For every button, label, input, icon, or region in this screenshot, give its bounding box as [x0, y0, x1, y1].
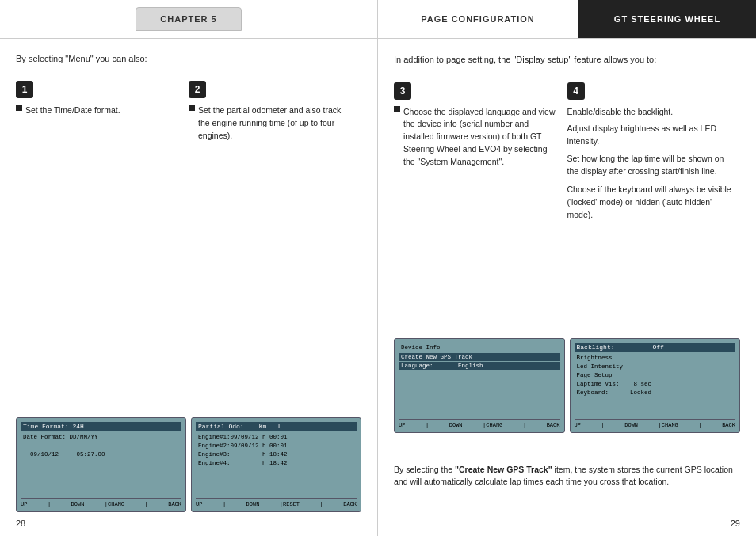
- screen-odo-engine4: Engine#4: h 18:42: [196, 459, 357, 467]
- header-page-config: PAGE CONFIGURATION: [378, 0, 578, 38]
- screen-backlight-led: Led Intensity: [575, 363, 736, 371]
- header-gt: GT STEERING WHEEL: [578, 0, 756, 38]
- screen-backlight-brightness: Brightness: [575, 354, 736, 362]
- screen-device-info-title: Device Info: [399, 343, 560, 352]
- section-2-number: 2: [189, 81, 206, 98]
- screen-time-value: 09/10/12 05:27.00: [21, 450, 181, 458]
- chapter-tab: CHAPTER 5: [136, 7, 241, 31]
- left-panel: By selecting "Menu" you can also: 1 Set …: [0, 39, 378, 536]
- caption-pre: By selecting the: [394, 465, 455, 474]
- screen-time-blank: [21, 442, 181, 450]
- bullet-icon: [16, 105, 22, 111]
- screen-backlight-laptime: Laptime Vis: 8 sec: [575, 380, 736, 388]
- section-1: 1 Set the Time/Date format.: [16, 81, 189, 145]
- screen-odo-engine2: Engine#2:09/09/12 h 00:01: [196, 442, 357, 450]
- screen-backlight-title: Backlight: Off: [575, 343, 736, 352]
- section-4-para-2: Choose if the keyboard will always be vi…: [567, 184, 733, 221]
- header: CHAPTER 5 PAGE CONFIGURATION GT STEERING…: [0, 0, 756, 39]
- bullet-icon: [394, 106, 400, 112]
- page-number-left: 28: [16, 519, 25, 528]
- section-1-text: Set the Time/Date format.: [16, 105, 181, 117]
- section-3-number: 3: [394, 82, 411, 100]
- section-4-para-1: Set how long the lap time will be shown …: [567, 153, 733, 178]
- screen-time-format: Time Format: 24H Date Format: DD/MM/YY 0…: [16, 417, 186, 512]
- section-4-text: Enable/disable the backlight. Adjust dis…: [567, 106, 733, 222]
- gt-label: GT STEERING WHEEL: [614, 14, 720, 24]
- caption-bold: "Create New GPS Track": [455, 465, 552, 474]
- section-2: 2 Set the partial odometer and also trac…: [189, 81, 361, 145]
- section-3-text: Choose the displayed language and view t…: [394, 106, 559, 169]
- section-2-text: Set the partial odometer and also track …: [189, 105, 353, 142]
- chapter-label: CHAPTER 5: [160, 14, 216, 24]
- content-area: By selecting "Menu" you can also: 1 Set …: [0, 39, 756, 536]
- screen-odo-engine3: Engine#3: h 18:42: [196, 450, 357, 458]
- right-intro: In addition to page setting, the "Displa…: [394, 53, 740, 67]
- right-screens-row: Device Info Create New GPS Track Languag…: [394, 338, 740, 433]
- right-caption: By selecting the "Create New GPS Track" …: [394, 464, 740, 489]
- left-screens-row: Time Format: 24H Date Format: DD/MM/YY 0…: [16, 417, 361, 512]
- screen-device-info: Device Info Create New GPS Track Languag…: [394, 338, 565, 433]
- right-sections-upper: 3 Choose the displayed language and view…: [394, 82, 740, 228]
- section-4-number: 4: [567, 82, 585, 100]
- left-intro: By selecting "Menu" you can also:: [16, 53, 361, 65]
- page-config-label: PAGE CONFIGURATION: [421, 14, 534, 24]
- screen-backlight-keyboard: Keyboard: Locked: [575, 389, 736, 397]
- screen-time-date: Date Format: DD/MM/YY: [21, 433, 181, 441]
- screen-odo-footer: UP|DOWN|RESET|BACK: [196, 498, 357, 507]
- left-sections-row: 1 Set the Time/Date format. 2 Set the pa…: [16, 81, 361, 145]
- screen-time-footer: UP|DOWN|CHANG|BACK: [21, 498, 181, 507]
- section-3: 3 Choose the displayed language and view…: [394, 82, 567, 228]
- page-number-right: 29: [731, 519, 740, 528]
- screen-odo-engine1: Engine#1:09/09/12 h 00:01: [196, 433, 357, 441]
- screen-device-lang: Language: English: [399, 362, 560, 370]
- screen-backlight-footer: UP|DOWN|CHANG|BACK: [575, 419, 736, 428]
- screen-backlight-page: Page Setup: [575, 371, 736, 379]
- screen-device-gps: Create New GPS Track: [399, 353, 560, 361]
- section-1-bullet-1: Set the Time/Date format.: [25, 105, 120, 117]
- screen-backlight: Backlight: Off Brightness Led Intensity …: [570, 338, 741, 433]
- section-4-bullet-1: Enable/disable the backlight.: [567, 106, 674, 119]
- section-4-bullet-2: Adjust display brightness as well as LED…: [567, 123, 733, 148]
- screen-odo-title: Partial Odo: Km L: [196, 422, 357, 431]
- screen-partial-odo: Partial Odo: Km L Engine#1:09/09/12 h 00…: [191, 417, 361, 512]
- right-panel: In addition to page setting, the "Displa…: [378, 39, 756, 536]
- screen-device-footer: UP|DOWN|CHANG|BACK: [399, 419, 560, 428]
- section-2-bullet-1: Set the partial odometer and also track …: [198, 105, 353, 142]
- section-3-bullet-1: Choose the displayed language and view t…: [403, 106, 559, 169]
- bullet-icon: [189, 105, 195, 111]
- section-1-number: 1: [16, 81, 33, 98]
- screen-time-title: Time Format: 24H: [21, 422, 181, 431]
- section-4: 4 Enable/disable the backlight. Adjust d…: [567, 82, 741, 228]
- header-chapter-section: CHAPTER 5: [0, 0, 378, 38]
